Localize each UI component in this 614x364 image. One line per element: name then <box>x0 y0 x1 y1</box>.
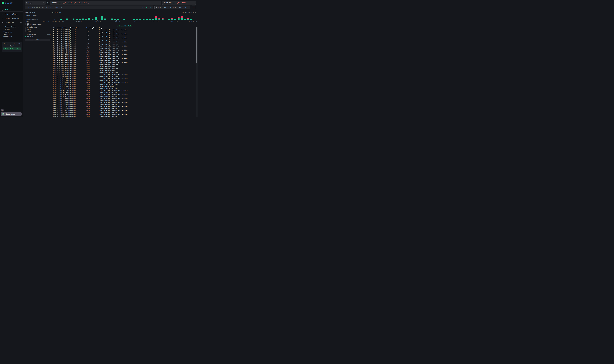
column-resize-handle[interactable]: ⋮ <box>69 27 70 28</box>
table-row[interactable]: ›May 15 1:41:21.652 PMpaymentinfoCharge … <box>51 83 196 85</box>
scrollbar-thumb[interactable] <box>196 27 197 64</box>
histogram-bar-error[interactable] <box>155 16 157 18</box>
histogram-bar-error[interactable] <box>146 19 148 19</box>
histogram-bar-ok[interactable] <box>123 19 125 20</box>
table-options-kebab-icon[interactable]: ⋮ <box>194 27 196 28</box>
histogram-bar-ok[interactable] <box>111 18 113 20</box>
help-button[interactable]: ? <box>1 109 4 111</box>
table-row[interactable]: ›May 15 1:41:30.275 PMpaymentinfoCharge … <box>51 75 196 77</box>
table-row[interactable]: ›May 15 1:42:13.019 PMpaymentinfoCharge … <box>51 47 196 49</box>
table-row[interactable]: ›May 15 1:42:26.920 PMpaymentinfoCharge … <box>51 43 196 45</box>
histogram-bar-error[interactable] <box>158 18 160 19</box>
histogram-bar-error[interactable] <box>190 19 192 19</box>
histogram-bar-error[interactable] <box>123 19 125 19</box>
histogram-bar-ok[interactable] <box>190 19 192 20</box>
table-row[interactable]: ›May 15 1:42:04.376 PMpaymentinfoCharge … <box>51 55 196 57</box>
histogram-bar-ok[interactable] <box>149 19 151 20</box>
order-by-input[interactable]: ORDER BY TimestampTime DESC <box>162 1 196 5</box>
table-row[interactable]: ›May 15 1:41:57.178 PMpaymentinfoCharge … <box>51 63 196 65</box>
table-row[interactable]: ›May 15 1:42:01.824 PMpaymenterrorVisa c… <box>51 57 196 59</box>
histogram-bar-ok[interactable] <box>187 19 189 20</box>
table-row[interactable]: ›May 15 1:42:13.055 PMpaymenterrorVisa c… <box>51 45 196 47</box>
histogram-bar-error[interactable] <box>174 19 176 19</box>
histogram-bar-ok[interactable] <box>95 17 97 20</box>
filter-checkbox-info[interactable] <box>25 30 26 32</box>
histogram-bar-ok[interactable] <box>155 18 157 20</box>
column-resize-handle[interactable]: ⋮ <box>85 27 86 28</box>
table-row[interactable]: ›May 15 1:42:04.392 PMpaymenterrorVisa c… <box>51 53 196 55</box>
histogram-bar-ok[interactable] <box>178 18 180 20</box>
user-menu[interactable]: U Local mode › <box>1 112 22 116</box>
table-row[interactable]: ›May 15 1:42:36.188 PMpaymenterrorVisa c… <box>51 37 196 39</box>
table-row[interactable]: ›May 15 1:41:21.678 PMpaymenterrorVisa c… <box>51 81 196 83</box>
histogram-bar-ok[interactable] <box>91 19 93 20</box>
presets-section[interactable]: PRESETS <box>3 28 12 30</box>
table-row[interactable]: ›May 15 1:42:05.460 PMpaymenterrorVisa c… <box>51 49 196 51</box>
table-row[interactable]: ›May 15 1:40:26.444 PMpaymentinfoCharge … <box>51 99 196 101</box>
table-row[interactable]: ›May 15 1:41:25.373 PMpaymenterrorVisa c… <box>51 77 196 79</box>
table-row[interactable]: ›May 15 1:41:25.370 PMpaymentinfoCharge … <box>51 79 196 81</box>
histogram-bar-ok[interactable] <box>114 19 116 20</box>
histogram-bar-error[interactable] <box>162 18 164 19</box>
histogram-bar-error[interactable] <box>181 16 183 18</box>
sidebar-collapse-icon[interactable] <box>19 2 21 4</box>
table-row[interactable]: ›May 15 1:40:24.214 PMpaymentinfoCharge … <box>51 104 196 105</box>
histogram-bar-ok[interactable] <box>158 19 160 20</box>
select-clause-input[interactable]: SELECT Timestamp, ServiceName, SeverityT… <box>50 1 161 5</box>
create-dashboard-link[interactable]: + Create Dashboard <box>3 26 19 28</box>
histogram-bar-ok[interactable] <box>117 19 119 20</box>
get-started-button[interactable]: Get Started for Free <box>3 48 21 50</box>
table-row[interactable]: ›May 15 1:42:43.336 PMpaymentinfoCharge … <box>51 35 196 37</box>
table-row[interactable]: ›May 15 1:41:30.283 PMpaymenterrorVisa c… <box>51 73 196 75</box>
results-histogram[interactable] <box>56 14 196 20</box>
table-row[interactable]: ›May 15 1:40:26.445 PMpaymenterrorVisa c… <box>51 97 196 99</box>
sidebar-item-dashboards[interactable]: Dashboards <box>0 21 24 24</box>
denoise-checkbox[interactable] <box>25 23 26 25</box>
table-row[interactable]: ›May 15 1:42:50.834 PMpaymentinfoCharge … <box>51 31 196 33</box>
histogram-bar-ok[interactable] <box>143 19 144 20</box>
histogram-bar-ok[interactable] <box>162 19 164 20</box>
column-severitytext[interactable]: SeverityText <box>86 27 99 29</box>
table-row[interactable]: ›May 15 1:40:24.219 PMpaymenterrorVisa c… <box>51 101 196 104</box>
histogram-bar-error[interactable] <box>184 19 186 19</box>
histogram-bar-ok[interactable] <box>133 19 135 20</box>
table-row[interactable]: ›May 15 1:41:53.274 PMpaymentinfoTransac… <box>51 65 196 67</box>
histogram-bar-ok[interactable] <box>104 18 106 20</box>
table-row[interactable]: ›May 15 1:41:53.260 PMpaymentinfoCharge … <box>51 67 196 69</box>
clear-all-link[interactable]: Clear all <box>43 21 50 22</box>
table-row[interactable]: ›May 15 1:40:07.413 PMpaymenterrorVisa c… <box>51 114 196 116</box>
filter-option-info[interactable]: info <box>27 30 31 32</box>
sidebar-item-chart-explorer[interactable]: Chart Explorer <box>0 13 24 16</box>
table-row[interactable]: ›May 15 1:40:07.410 PMpaymentinfoCharge … <box>51 116 196 117</box>
column-servicename[interactable]: ServiceName <box>70 27 86 29</box>
run-query-button[interactable]: ▷ <box>192 6 196 9</box>
table-row[interactable]: ›May 15 1:41:14.373 PMpaymentinfoTransac… <box>51 85 196 87</box>
sidebar-item-search[interactable]: Search <box>0 8 24 11</box>
mode-sql[interactable]: SQL <box>141 7 144 8</box>
sidebar-item-client-sessions[interactable]: Client Sessions <box>0 17 24 20</box>
table-row[interactable]: ›May 15 1:42:27.131 PMpaymenterrorVisa c… <box>51 41 196 43</box>
histogram-bar-error[interactable] <box>171 18 173 19</box>
histogram-bar-ok[interactable] <box>136 19 138 20</box>
preset-kubernetes[interactable]: Kubernetes <box>3 36 12 38</box>
table-row[interactable]: ›May 15 1:42:50.843 PMpaymenterrorVisa c… <box>51 29 196 31</box>
mode-lucene[interactable]: Lucene <box>146 7 151 8</box>
histogram-bar-error[interactable] <box>133 19 135 19</box>
histogram-bar-ok[interactable] <box>171 19 173 20</box>
histogram-bar-ok[interactable] <box>82 18 84 20</box>
table-row[interactable]: ›May 15 1:41:47.823 PMpaymentinfoTransac… <box>51 69 196 71</box>
histogram-bar-ok[interactable] <box>152 19 154 20</box>
more-filters-button[interactable]: More filters <box>25 39 50 41</box>
histogram-bar-ok[interactable] <box>139 19 141 20</box>
table-row[interactable]: ›May 15 1:41:47.766 PMpaymentinfoCharge … <box>51 71 196 73</box>
table-row[interactable]: ›May 15 1:42:01.814 PMpaymentinfoCharge … <box>51 59 196 61</box>
table-row[interactable]: ›May 15 1:42:36.184 PMpaymentinfoCharge … <box>51 39 196 41</box>
filter-checkbox-payment[interactable]: ✓ <box>25 36 26 38</box>
histogram-bar-ok[interactable] <box>101 16 103 20</box>
table-row[interactable]: ›May 15 1:40:44.563 PMpaymenterrorVisa c… <box>51 89 196 91</box>
histogram-bar-ok[interactable] <box>76 19 78 20</box>
preset-clickhouse[interactable]: Clickhouse <box>3 31 12 33</box>
chevron-up-icon[interactable] <box>20 22 22 23</box>
table-row[interactable]: ›May 15 1:40:44.546 PMpaymentinfoCharge … <box>51 91 196 93</box>
histogram-bar-ok[interactable] <box>60 19 62 20</box>
